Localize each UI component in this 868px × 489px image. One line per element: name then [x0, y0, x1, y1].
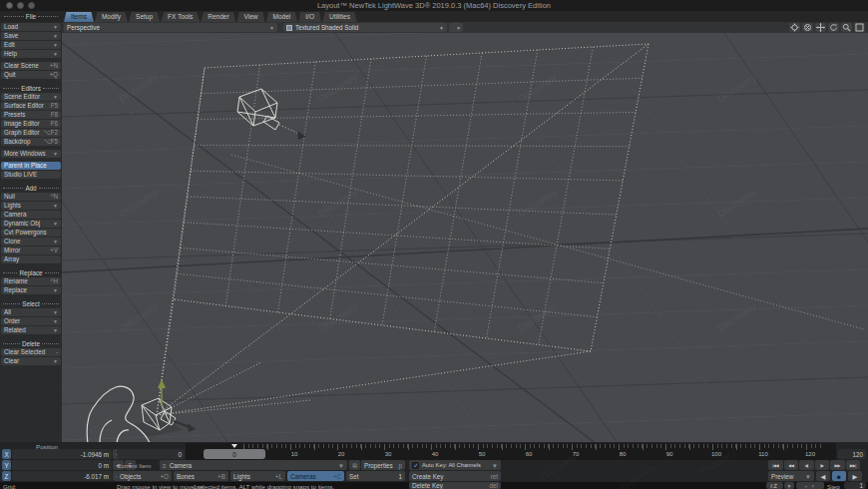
- chevron-down-icon: ▼: [53, 238, 58, 245]
- delete-key-button[interactable]: Delete Key del: [409, 482, 501, 489]
- tab-i-o[interactable]: I/O: [298, 12, 321, 22]
- sidebar-item-scene-editor[interactable]: Scene Editor▼: [1, 93, 61, 101]
- step-field[interactable]: 1: [844, 482, 866, 489]
- sidebar-item-null[interactable]: Null^N: [1, 193, 61, 201]
- svg-text:Discovery: Discovery: [516, 187, 559, 220]
- item-list-button[interactable]: ▤: [349, 460, 360, 470]
- sidebar-item-presets[interactable]: PresetsF8: [1, 111, 61, 119]
- item-type-cameras[interactable]: Cameras+C: [287, 471, 344, 481]
- timeline-ruler[interactable]: 0102030405060708090100110120 0: [186, 443, 836, 460]
- orbit-icon[interactable]: [789, 23, 800, 32]
- prev-frame-button[interactable]: ◀|: [799, 460, 814, 470]
- bottom-panel: Position X -1.0946 m ◂▸ E Y 0 m ◂▸ E Z -…: [0, 442, 868, 489]
- sidebar-item-parent-in-place[interactable]: Parent in Place: [1, 162, 61, 170]
- item-type-bones[interactable]: Bones+B: [174, 471, 228, 481]
- zoom-window-button[interactable]: [28, 2, 35, 9]
- stop-button[interactable]: ■: [832, 471, 846, 481]
- sidebar-item-clone[interactable]: Clone▼: [1, 238, 61, 245]
- start-frame-field[interactable]: 0: [117, 449, 185, 459]
- properties-button[interactable]: Properties p: [361, 460, 405, 470]
- zoom-icon[interactable]: [841, 23, 852, 32]
- sidebar-item-quit[interactable]: Quit+Q: [1, 71, 61, 79]
- sidebar-item-image-editor[interactable]: Image EditorF6: [1, 120, 61, 128]
- go-start-button[interactable]: |◀◀: [768, 460, 783, 470]
- svg-text:Discovery: Discovery: [715, 72, 758, 105]
- traffic-lights: [6, 2, 35, 9]
- chevron-down-icon: ▼: [335, 462, 344, 469]
- sidebar-item-rename[interactable]: Rename^H: [1, 277, 61, 285]
- sidebar-item-dynamic-obj[interactable]: Dynamic Obj▼: [1, 220, 61, 228]
- sidebar-item-replace[interactable]: Replace▼: [1, 286, 61, 294]
- sidebar-item-backdrop[interactable]: Backdrop⌥F5: [1, 138, 61, 146]
- current-item-dropdown[interactable]: ≡ Camera ▼: [160, 460, 347, 470]
- menu-tab-bar: File ItemsModifySetupFX ToolsRenderViewM…: [0, 11, 868, 22]
- item-type-objects[interactable]: Objects+O: [117, 471, 172, 481]
- axis-x-badge: X: [2, 449, 11, 459]
- sidebar-item-camera[interactable]: Camera: [1, 211, 61, 219]
- sidebar-item-clear[interactable]: Clear▼: [1, 357, 61, 365]
- viewport-options-dropdown[interactable]: ▼: [449, 23, 463, 32]
- sidebar-item-help[interactable]: Help▼: [1, 50, 61, 58]
- tab-fx-tools[interactable]: FX Tools: [161, 12, 200, 22]
- tab-utilities[interactable]: Utilities: [322, 12, 357, 22]
- sidebar-section-editors: Editors: [1, 84, 61, 92]
- undo-button[interactable]: ⇧Z: [766, 482, 783, 489]
- sidebar-item-order[interactable]: Order▼: [1, 317, 61, 325]
- sidebar-item-array[interactable]: Array: [1, 255, 61, 263]
- sidebar-item-cvt-powergons[interactable]: Cvt Powergons: [1, 229, 61, 237]
- svg-text:Discovery: Discovery: [516, 301, 559, 334]
- svg-text:Discovery: Discovery: [316, 72, 359, 105]
- preview-dropdown[interactable]: Preview ▼: [768, 471, 814, 481]
- go-end-button[interactable]: ▶▶|: [846, 460, 861, 470]
- sidebar-item-load[interactable]: Load▼: [1, 23, 61, 31]
- sidebar-item-studio-live[interactable]: Studio LIVE: [1, 171, 61, 179]
- end-frame-field[interactable]: 120: [838, 449, 866, 459]
- viewport-3d[interactable]: DiscoveryDiscoveryDiscoveryDiscoveryDisc…: [62, 33, 868, 442]
- next-key-button[interactable]: ▶▶: [830, 460, 845, 470]
- play-reverse-button[interactable]: ◀: [816, 471, 830, 481]
- disabled-dropdown[interactable]: ▸ ▼: [796, 482, 824, 489]
- set-field[interactable]: Set 1: [346, 471, 405, 481]
- tab-model[interactable]: Model: [266, 12, 298, 22]
- maximize-icon[interactable]: [854, 23, 865, 32]
- sidebar-item-graph-editor[interactable]: Graph Editor⌥F2: [1, 129, 61, 137]
- tab-modify[interactable]: Modify: [95, 12, 128, 22]
- chevron-down-icon: ▼: [53, 286, 58, 294]
- rotate-icon[interactable]: [828, 23, 839, 32]
- sidebar-item-related[interactable]: Related▼: [1, 326, 61, 334]
- sidebar-item-clear-scene[interactable]: Clear Scene+N: [1, 62, 61, 70]
- tab-file[interactable]: File: [0, 11, 62, 22]
- auto-key-toggle[interactable]: ✓ Auto Key: All Channels ▼: [409, 460, 501, 470]
- prev-key-button[interactable]: ◀◀: [784, 460, 799, 470]
- move-icon[interactable]: [815, 23, 826, 32]
- scene-canvas: DiscoveryDiscoveryDiscoveryDiscoveryDisc…: [62, 33, 868, 442]
- sidebar-item-save[interactable]: Save▼: [1, 32, 61, 40]
- sidebar-item-all[interactable]: All▼: [1, 308, 61, 316]
- sidebar-item-more-windows[interactable]: More Windows▼: [1, 150, 61, 158]
- tab-items[interactable]: Items: [64, 12, 94, 22]
- sidebar-item-lights[interactable]: Lights▼: [1, 202, 61, 210]
- minimize-window-button[interactable]: [17, 2, 24, 9]
- frame-slider-handle[interactable]: 0: [204, 449, 265, 459]
- chevron-down-icon[interactable]: ▼: [784, 482, 794, 489]
- play-button[interactable]: ▶: [848, 471, 862, 481]
- position-z-field[interactable]: -6.017 m: [12, 471, 112, 481]
- sidebar-item-mirror[interactable]: Mirror+V: [1, 246, 61, 254]
- shading-mode-dropdown[interactable]: Textured Shaded Solid ▼: [283, 23, 447, 32]
- close-window-button[interactable]: [6, 2, 13, 9]
- sidebar-item-surface-editor[interactable]: Surface EditorF5: [1, 102, 61, 110]
- tab-view[interactable]: View: [237, 12, 265, 22]
- position-y-field[interactable]: 0 m: [12, 460, 112, 470]
- item-type-lights[interactable]: Lights+L: [230, 471, 285, 481]
- create-key-button[interactable]: Create Key ret: [409, 471, 501, 481]
- tab-render[interactable]: Render: [201, 12, 235, 22]
- next-frame-button[interactable]: |▶: [815, 460, 830, 470]
- sidebar-item-clear-selected[interactable]: Clear Selected-: [1, 348, 61, 356]
- sidebar-item-edit[interactable]: Edit▼: [1, 41, 61, 49]
- tab-setup[interactable]: Setup: [129, 12, 160, 22]
- chevron-down-icon: ▼: [53, 32, 58, 40]
- pan-icon[interactable]: [802, 23, 813, 32]
- position-x-field[interactable]: -1.0946 m: [12, 449, 112, 459]
- viewport-area: Perspective ▼ Textured Shaded Solid ▼ ▼ …: [62, 22, 868, 442]
- view-mode-dropdown[interactable]: Perspective ▼: [64, 23, 277, 32]
